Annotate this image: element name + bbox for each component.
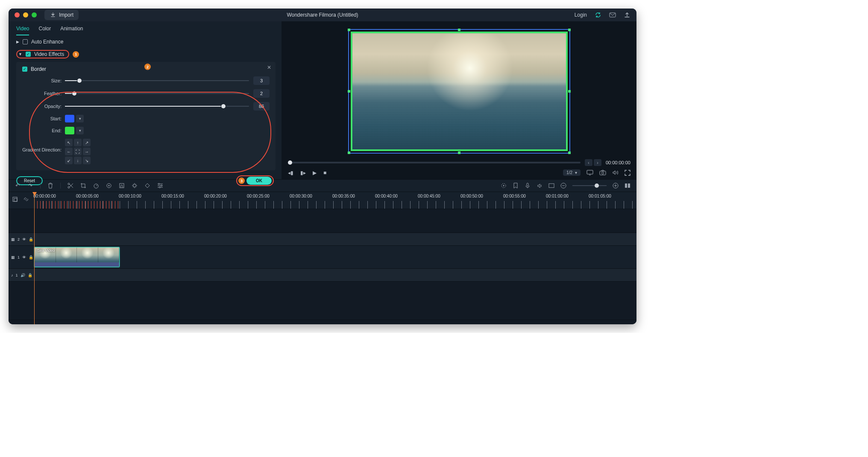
grad-nw-button[interactable]: ↖: [65, 139, 73, 146]
start-color-dropdown[interactable]: ▾: [76, 115, 84, 122]
start-color-swatch[interactable]: [65, 115, 74, 122]
keyframe-icon[interactable]: [144, 183, 150, 189]
auto-enhance-checkbox[interactable]: [23, 39, 28, 44]
scrub-bar[interactable]: [288, 162, 581, 163]
video-border-effect: [351, 32, 568, 151]
handle-icon[interactable]: [348, 151, 350, 154]
next-frame-button[interactable]: ▮▸: [300, 170, 306, 176]
handle-icon[interactable]: [458, 29, 460, 31]
volume-icon[interactable]: [612, 170, 619, 175]
end-color-swatch[interactable]: [65, 127, 74, 134]
crop-icon[interactable]: [80, 183, 86, 189]
lock-icon[interactable]: 🔒: [29, 237, 33, 242]
grad-sw-button[interactable]: ↙: [65, 157, 73, 164]
track-body[interactable]: [34, 269, 636, 281]
mixer-icon[interactable]: [537, 183, 542, 189]
size-value[interactable]: 3: [253, 76, 270, 85]
color-icon[interactable]: [106, 183, 112, 189]
adjust-icon[interactable]: [157, 183, 163, 189]
delete-icon[interactable]: [47, 183, 53, 189]
lock-icon[interactable]: 🔒: [29, 255, 33, 259]
zoom-select[interactable]: 1/2 ▾: [563, 169, 581, 176]
track-add-icon[interactable]: [12, 196, 18, 202]
svg-rect-16: [549, 183, 554, 187]
minimize-window-icon[interactable]: [23, 12, 28, 17]
mail-icon[interactable]: [609, 12, 616, 18]
zoom-out-icon[interactable]: [560, 183, 566, 189]
tab-video[interactable]: Video: [16, 26, 29, 35]
timeline-zoom-slider[interactable]: [572, 185, 607, 186]
prev-frame-button[interactable]: ◂▮: [288, 170, 293, 176]
login-button[interactable]: Login: [575, 12, 587, 18]
feather-slider[interactable]: [65, 90, 249, 96]
video-selection-frame[interactable]: [348, 29, 570, 154]
video-clip[interactable]: Sea Video: [34, 247, 120, 267]
eye-icon[interactable]: 👁: [22, 255, 26, 259]
playhead[interactable]: [34, 192, 35, 324]
speed-icon[interactable]: [93, 183, 99, 189]
end-color-dropdown[interactable]: ▾: [76, 127, 84, 134]
grad-ne-button[interactable]: ↗: [83, 139, 91, 146]
next-marker-button[interactable]: ›: [594, 159, 601, 166]
track-body[interactable]: Sea Video: [34, 246, 636, 268]
close-icon[interactable]: ✕: [267, 64, 271, 70]
opacity-slider[interactable]: [65, 103, 249, 109]
video-effects-row[interactable]: ▼ Video Effects 1: [9, 48, 282, 60]
maximize-window-icon[interactable]: [32, 12, 37, 17]
handle-icon[interactable]: [568, 90, 571, 93]
export-icon[interactable]: [624, 12, 630, 18]
grad-center-button[interactable]: ⛶: [74, 148, 82, 155]
play-button[interactable]: ▶: [313, 170, 317, 176]
video-track-2[interactable]: ▦ 2 👁 🔒: [9, 233, 636, 246]
handle-icon[interactable]: [568, 29, 571, 31]
stop-button[interactable]: ■: [323, 170, 326, 176]
marker-icon[interactable]: [513, 183, 519, 189]
audio-track-1[interactable]: ♪ 1 🔊 🔒: [9, 269, 636, 282]
video-track-1[interactable]: ▦ 1 👁 🔒 Sea Video: [9, 246, 636, 269]
track-body[interactable]: [34, 233, 636, 245]
video-preview[interactable]: [282, 21, 636, 159]
split-icon[interactable]: [67, 183, 73, 189]
sync-icon[interactable]: [595, 12, 601, 18]
voiceover-icon[interactable]: [525, 183, 531, 189]
feather-value[interactable]: 2: [253, 89, 270, 98]
redo-icon[interactable]: ↷: [27, 183, 33, 189]
fit-timeline-icon[interactable]: [625, 183, 630, 189]
tab-color[interactable]: Color: [38, 26, 51, 35]
grad-w-button[interactable]: ←: [65, 148, 73, 155]
display-icon[interactable]: [586, 170, 593, 175]
auto-enhance-row[interactable]: ▶ Auto Enhance: [9, 35, 282, 48]
prev-marker-button[interactable]: ‹: [585, 159, 592, 166]
render-icon[interactable]: [501, 183, 507, 189]
grad-se-button[interactable]: ↘: [83, 157, 91, 164]
snapshot-icon[interactable]: [599, 170, 606, 175]
ratio-icon[interactable]: [548, 183, 554, 189]
grad-e-button[interactable]: →: [83, 148, 91, 155]
timeline-ruler[interactable]: 00:00:00:0000:00:05:0000:00:10:0000:00:1…: [9, 192, 636, 209]
undo-icon[interactable]: ↶: [15, 183, 21, 189]
video-effects-checkbox[interactable]: [26, 52, 31, 57]
link-icon[interactable]: [23, 196, 29, 202]
green-screen-icon[interactable]: [119, 183, 125, 189]
fullscreen-icon[interactable]: [625, 170, 630, 176]
grad-n-button[interactable]: ↑: [74, 139, 82, 146]
opacity-value[interactable]: 86: [253, 102, 270, 111]
handle-icon[interactable]: [348, 90, 350, 93]
size-slider[interactable]: [65, 78, 249, 84]
ruler-label: 00:00:05:00: [76, 194, 99, 198]
eye-icon[interactable]: 👁: [22, 237, 26, 242]
handle-icon[interactable]: [458, 151, 460, 154]
motion-tracking-icon[interactable]: [132, 183, 138, 189]
mute-icon[interactable]: 🔊: [21, 273, 25, 277]
scrub-thumb-icon[interactable]: [288, 160, 292, 165]
handle-icon[interactable]: [348, 29, 350, 31]
handle-icon[interactable]: [568, 151, 571, 154]
close-window-icon[interactable]: [15, 12, 20, 17]
border-checkbox[interactable]: [22, 67, 27, 72]
import-button[interactable]: Import: [44, 10, 79, 20]
lock-icon[interactable]: 🔒: [28, 273, 32, 277]
zoom-in-icon[interactable]: [613, 183, 619, 189]
tab-animation[interactable]: Animation: [60, 26, 83, 35]
grad-s-button[interactable]: ↓: [74, 157, 82, 164]
ok-button[interactable]: OK: [246, 177, 272, 185]
